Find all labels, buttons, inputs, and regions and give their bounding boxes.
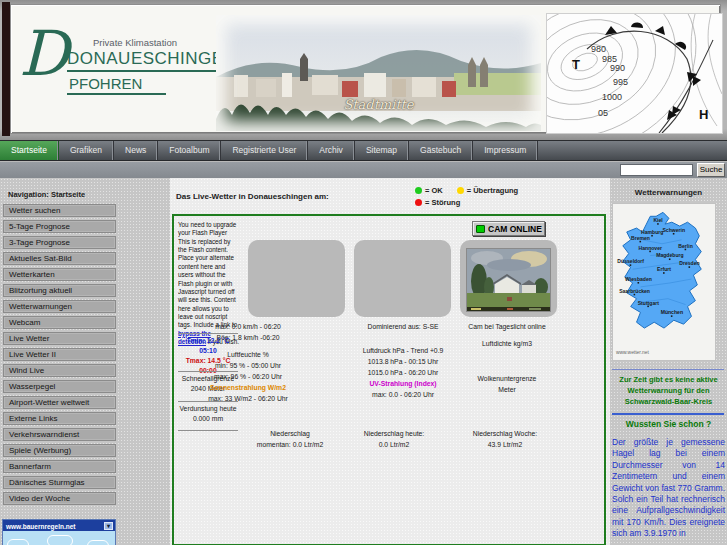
did-you-know-heading: Wussten Sie schon ? [610, 419, 727, 429]
humidity-title: Luftfeuchte % [178, 349, 318, 360]
sidebar-item-wasserpegel[interactable]: Wasserpegel [3, 380, 116, 393]
evaporation-value: 0.000 mm [178, 414, 238, 424]
sidebar-item-5-tage-prognose[interactable]: 5-Tage Prognose [3, 220, 116, 233]
cloudbase-unit: Meter [437, 384, 577, 395]
cam-online-button[interactable]: CAM ONLINE [472, 221, 545, 236]
svg-text:Bremen: Bremen [631, 235, 650, 241]
sidebar-item-wetter-suchen[interactable]: Wetter suchen [3, 204, 116, 217]
sidebar-item-verkehrswarndienst[interactable]: Verkehrswarndienst [3, 428, 116, 441]
tab-impressum[interactable]: Impressum [473, 141, 538, 160]
page: D Private Klimastation DONAUESCHINGEN PF… [0, 0, 727, 545]
tab-gaestebuch[interactable]: Gästebuch [409, 141, 473, 160]
germany-warning-map[interactable]: Kiel Hamburg Schwerin Bremen Hannover Be… [612, 203, 716, 361]
sidebar-item-wetterkarten[interactable]: Wetterkarten [3, 268, 116, 281]
isobar-chart: 980 985 990 995 1000 05 T H [547, 14, 722, 133]
bauernregeln-widget[interactable]: www.bauernregeln.net ▾ [2, 519, 116, 545]
warning-status-text: Zur Zeit gibt es keine aktive Wetterwarn… [611, 374, 726, 407]
bauernregeln-title: www.bauernregeln.net [6, 523, 75, 530]
svg-text:990: 990 [610, 63, 625, 73]
legend-fault-label: = Störung [425, 198, 460, 207]
evaporation-box: Verdunstung heute 0.000 mm [178, 401, 238, 431]
cam-status-led-icon [476, 225, 485, 233]
sidebar-item-spiele[interactable]: Spiele (Werbung) [3, 444, 116, 457]
svg-text:Kiel: Kiel [653, 217, 663, 223]
cam-online-label: CAM ONLINE [488, 224, 542, 234]
wind-gauge-placeholder [248, 240, 345, 317]
status-transfer-icon [457, 187, 464, 194]
sidebar-item-externe-links[interactable]: Externe Links [3, 412, 116, 425]
status-legend: = OK = Übertragung = Störung [415, 184, 518, 208]
logo-title-donaueschingen: DONAUESCHINGEN [67, 49, 236, 72]
svg-text:05: 05 [598, 108, 608, 118]
search-button[interactable]: Suche [697, 163, 725, 177]
svg-text:Hannover: Hannover [639, 245, 663, 251]
header: D Private Klimastation DONAUESCHINGEN PF… [0, 0, 727, 140]
sidebar-item-aktuelles-sat-bild[interactable]: Aktuelles Sat-Bild [3, 252, 116, 265]
svg-text:München: München [661, 309, 683, 315]
map-watermark: www.wetter.net [616, 350, 650, 355]
evaporation-label: Verdunstung heute [178, 404, 238, 414]
wind-gust: Böe: 1.8 km/h -06:20 [178, 332, 318, 343]
tab-grafiken[interactable]: Grafiken [59, 141, 114, 160]
warnings-heading: Wetterwarnungen [610, 188, 727, 197]
solar-max: max: 33 W/m2 - 06:20 Uhr [178, 393, 318, 404]
tab-startseite[interactable]: Startseite [0, 141, 59, 160]
precip-week: Niederschlag Woche: 43.9 Ltr/m2 [435, 428, 575, 450]
divider-line [612, 369, 724, 370]
sidebar-menu: Wetter suchen 5-Tage Prognose 3-Tage Pro… [3, 204, 116, 508]
left-sidebar: Navigation: Startseite Wetter suchen 5-T… [0, 178, 170, 545]
webcam-image[interactable] [466, 248, 551, 312]
svg-text:Berlin: Berlin [678, 243, 692, 249]
page-title: Das Live-Wetter in Donaueschingen am: [176, 192, 329, 201]
pressure-gauge-placeholder [354, 240, 451, 317]
live-weather-panel: You need to upgrade your Flash Player Th… [172, 214, 606, 545]
high-pressure-label: H [699, 107, 708, 122]
solar-title: Sonnenstrahlung W/m2 [178, 382, 318, 393]
header-left-strip [2, 2, 10, 136]
right-sidebar: Wetterwarnungen Kiel Hamburg Schwerin Br… [610, 178, 727, 545]
svg-text:980: 980 [591, 44, 606, 54]
town-panorama-photo: Stadtmitte [216, 15, 541, 131]
svg-text:Saarbrücken: Saarbrücken [619, 288, 650, 294]
legend-ok-label: = OK [425, 186, 443, 195]
panorama-fade [216, 15, 541, 131]
search-input[interactable] [620, 164, 693, 176]
main-content: Das Live-Wetter in Donaueschingen am: = … [170, 178, 610, 545]
sidebar-item-video-der-woche[interactable]: Video der Woche [3, 492, 116, 505]
divider-line-blue [612, 413, 724, 415]
tab-registrierte-user[interactable]: Registrierte User [221, 141, 308, 160]
svg-text:1000: 1000 [602, 92, 622, 102]
sidebar-item-bannerfarm[interactable]: Bannerfarm [3, 460, 116, 473]
svg-text:995: 995 [613, 77, 628, 87]
legend-transfer-label: = Übertragung [467, 186, 518, 195]
sidebar-item-live-wetter-2[interactable]: Live Wetter II [3, 348, 116, 361]
dropdown-arrow-icon[interactable]: ▾ [104, 522, 113, 530]
svg-text:Düsseldorf: Düsseldorf [617, 258, 644, 264]
tab-fotoalbum[interactable]: Fotoalbum [158, 141, 221, 160]
svg-text:Wiesbaden: Wiesbaden [625, 276, 652, 282]
sidebar-item-3-tage-prognose[interactable]: 3-Tage Prognose [3, 236, 116, 249]
sidebar-item-airport-wetter[interactable]: Airport-Wetter weltweit [3, 396, 116, 409]
isobar-weather-sketch: 980 985 990 995 1000 05 T H [546, 13, 723, 134]
status-fault-icon [415, 199, 422, 206]
cloudbase-label: Wolkenuntergrenze [437, 373, 577, 384]
sidebar-item-blitzortung[interactable]: Blitzortung aktuell [3, 284, 116, 297]
flash-text: You need to upgrade your Flash Player Th… [178, 221, 237, 328]
sidebar-item-daenisches-sturmglas[interactable]: Dänisches Sturmglas [3, 476, 116, 489]
tab-news[interactable]: News [114, 141, 158, 160]
tab-archiv[interactable]: Archiv [308, 141, 355, 160]
svg-text:Magdeburg: Magdeburg [656, 252, 683, 258]
sidebar-item-wetterwarnungen[interactable]: Wetterwarnungen [3, 300, 116, 313]
cam-cloudbase-column: Cam bei Tageslicht online Luftdichte kg/… [437, 321, 577, 395]
sidebar-item-wind-live[interactable]: Wind Live [3, 364, 116, 377]
tab-sitemap[interactable]: Sitemap [355, 141, 409, 160]
sidebar-item-live-wetter[interactable]: Live Wetter [3, 332, 116, 345]
bauernregeln-clouds [3, 531, 115, 545]
svg-text:Dresden: Dresden [679, 260, 699, 266]
webcam-caption: Cam bei Tageslicht online [437, 321, 577, 332]
main-navigation: Startseite Grafiken News Fotoalbum Regis… [0, 140, 727, 161]
did-you-know-text: Der größte je gemessene Hagel lag bei ei… [612, 437, 725, 540]
svg-text:Stuttgart: Stuttgart [638, 300, 660, 306]
logo-initial-d: D [19, 23, 69, 85]
sidebar-item-webcam[interactable]: Webcam [3, 316, 116, 329]
